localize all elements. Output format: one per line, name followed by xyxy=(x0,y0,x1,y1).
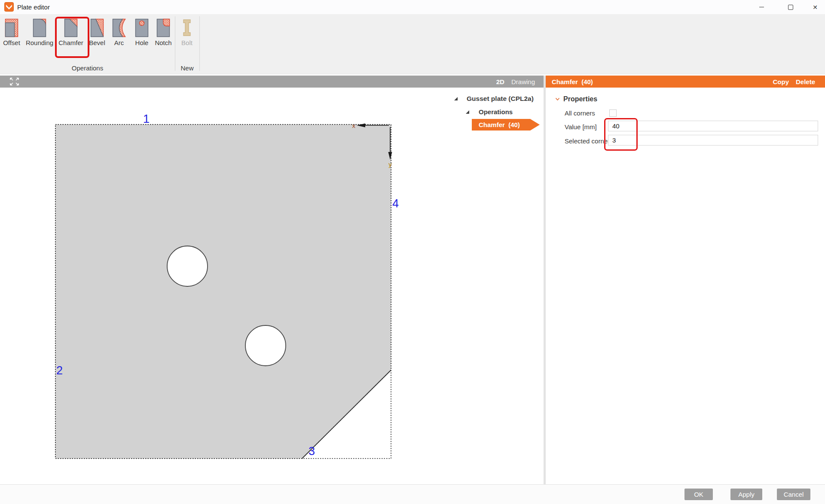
chamfer-icon xyxy=(64,18,78,37)
bolt-icon xyxy=(180,18,194,37)
ribbon-item-bevel[interactable]: Bevel xyxy=(85,18,109,53)
ribbon-item-label: Offset xyxy=(3,39,20,46)
expand-view-icon[interactable] xyxy=(9,77,21,86)
plate-editor-window: Plate editor ✕ Offset Rounding Cha xyxy=(0,0,825,504)
edge-label-2: 2 xyxy=(56,364,63,377)
plate-hole-2[interactable] xyxy=(245,325,286,366)
canvas-header-bar: 2D Drawing xyxy=(0,76,544,88)
tree-item-label: Chamfer (40) xyxy=(472,121,520,128)
delete-button[interactable]: Delete xyxy=(796,78,815,85)
ribbon-group-new: New xyxy=(175,64,199,72)
properties-panel-header: Chamfer (40) Copy Delete xyxy=(546,76,825,88)
ribbon-item-label: Bolt xyxy=(181,39,192,46)
maximize-button[interactable] xyxy=(781,0,801,14)
ribbon-item-chamfer[interactable]: Chamfer xyxy=(58,18,84,53)
edge-label-4: 4 xyxy=(392,197,399,210)
arc-icon xyxy=(112,18,126,37)
ribbon-item-label: Chamfer xyxy=(58,39,83,46)
edge-label-3: 3 xyxy=(309,445,315,458)
ribbon-toolbar: Offset Rounding Chamfer Bevel xyxy=(0,14,825,74)
notch-icon xyxy=(156,18,170,37)
drawing-canvas-panel: 2D Drawing x y xyxy=(0,76,544,484)
rounding-icon xyxy=(33,18,46,37)
title-bar: Plate editor ✕ xyxy=(0,0,825,14)
ribbon-item-hole[interactable]: Hole xyxy=(131,18,153,53)
cancel-button[interactable]: Cancel xyxy=(777,489,810,500)
close-button[interactable]: ✕ xyxy=(805,0,825,14)
ok-button[interactable]: OK xyxy=(684,489,713,500)
all-corners-label: All corners xyxy=(565,109,595,117)
chevron-down-icon xyxy=(555,97,560,101)
ribbon-item-label: Notch xyxy=(155,39,171,46)
plate-drawing[interactable]: x y 1 2 3 4 xyxy=(0,88,544,484)
view-mode-2d[interactable]: 2D xyxy=(496,78,504,85)
panel-title: Chamfer (40) xyxy=(546,78,593,85)
tree-item-label: Operations xyxy=(479,108,513,115)
window-title: Plate editor xyxy=(17,3,50,11)
properties-panel: Chamfer (40) Copy Delete Properties All … xyxy=(546,76,825,484)
apply-button[interactable]: Apply xyxy=(730,489,762,500)
minimize-button[interactable] xyxy=(752,0,771,14)
tree-item-chamfer-selected[interactable]: Chamfer (40) xyxy=(472,119,540,131)
edge-label-1: 1 xyxy=(143,112,150,125)
ribbon-group-operations: Operations xyxy=(0,64,175,72)
properties-section-header[interactable]: Properties xyxy=(555,95,597,103)
selected-corners-label: Selected corners xyxy=(565,137,613,145)
app-logo-icon xyxy=(4,2,14,12)
bevel-icon xyxy=(90,18,104,37)
ribbon-item-label: Arc xyxy=(114,39,124,46)
plate-hole-1[interactable] xyxy=(167,246,208,286)
tree-item-root[interactable]: Gusset plate (CPL2a) xyxy=(454,95,534,103)
view-mode-drawing[interactable]: Drawing xyxy=(511,78,535,85)
ribbon-item-bolt: Bolt xyxy=(176,18,198,53)
footer-bar: OK Apply Cancel xyxy=(0,484,825,504)
ribbon-separator xyxy=(175,16,175,71)
plate-shape[interactable] xyxy=(55,124,391,458)
all-corners-checkbox[interactable] xyxy=(609,109,617,117)
ribbon-item-label: Hole xyxy=(135,39,149,46)
ribbon-item-label: Rounding xyxy=(26,39,53,46)
tree-expander-icon[interactable] xyxy=(454,97,458,101)
offset-icon xyxy=(5,18,18,37)
ribbon-item-label: Bevel xyxy=(89,39,105,46)
maximize-icon xyxy=(788,5,793,10)
ribbon-item-rounding[interactable]: Rounding xyxy=(22,18,57,53)
hole-icon xyxy=(135,18,149,37)
tree-expander-icon[interactable] xyxy=(465,110,470,114)
axis-x-label: x xyxy=(352,122,356,129)
ribbon-item-arc[interactable]: Arc xyxy=(108,18,130,53)
panel-actions: Copy Delete xyxy=(773,78,825,85)
selected-corners-input[interactable] xyxy=(608,135,818,146)
tree-item-label: Gusset plate (CPL2a) xyxy=(467,95,534,103)
axis-y-label: y xyxy=(388,161,392,168)
close-icon: ✕ xyxy=(813,4,818,10)
value-label: Value [mm] xyxy=(565,123,597,131)
ribbon-item-offset[interactable]: Offset xyxy=(1,18,22,53)
value-input[interactable] xyxy=(608,121,818,131)
tree-item-operations[interactable]: Operations xyxy=(465,108,513,115)
view-mode-switch: 2D Drawing xyxy=(496,78,544,85)
copy-button[interactable]: Copy xyxy=(773,78,789,85)
minimize-icon xyxy=(759,7,764,7)
ribbon-separator xyxy=(199,16,200,71)
section-title: Properties xyxy=(563,95,597,103)
ribbon-item-notch[interactable]: Notch xyxy=(151,18,175,53)
